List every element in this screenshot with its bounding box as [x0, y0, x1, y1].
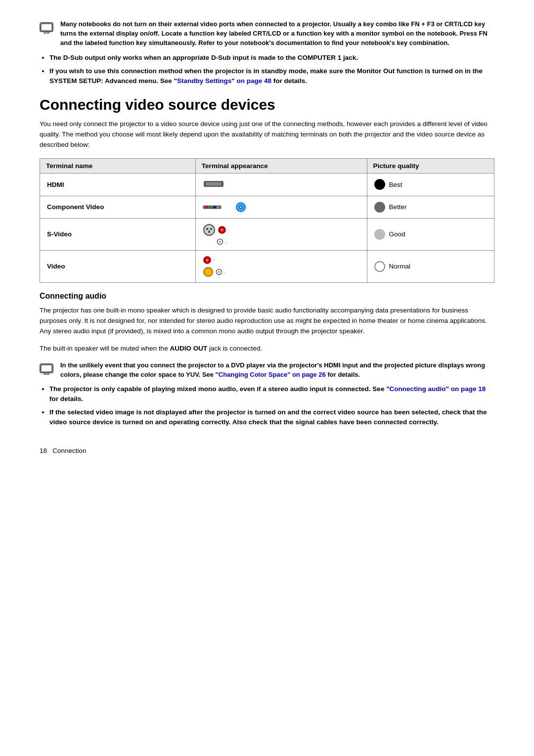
table-row: Video · — [40, 250, 494, 282]
bullet-item-1: The D-Sub output only works when an appr… — [49, 53, 494, 63]
terminal-name-svideo: S-Video — [40, 218, 196, 250]
hdmi-icon — [203, 178, 224, 189]
terminal-appearance-svideo: · · — [195, 218, 367, 250]
page-number: 18 — [40, 447, 47, 454]
notes-section-2: In the unlikely event that you connect t… — [40, 361, 494, 427]
svg-point-18 — [206, 228, 208, 230]
svg-point-19 — [210, 228, 212, 230]
quality-circle-normal — [374, 261, 385, 272]
video-icons: · · — [203, 256, 360, 277]
terminal-name-component: Component Video — [40, 196, 196, 218]
svideo-icons: · · — [203, 223, 360, 245]
picture-quality-good: Good — [367, 218, 494, 250]
terminal-appearance-hdmi — [195, 173, 367, 196]
svg-point-12 — [213, 206, 216, 208]
picture-quality-best: Best — [367, 173, 494, 196]
note-block-1: Many notebooks do not turn on their exte… — [40, 20, 494, 48]
svg-point-32 — [207, 271, 209, 272]
col-header-terminal-appearance: Terminal appearance — [195, 158, 367, 173]
quality-circle-best — [374, 179, 385, 190]
svg-point-24 — [222, 229, 222, 230]
svg-point-13 — [217, 206, 219, 208]
svg-point-29 — [207, 260, 208, 261]
audio-para-2: The built-in speaker will be muted when … — [40, 344, 494, 354]
connecting-audio-link[interactable]: "Connecting audio" on page 18 — [386, 385, 486, 393]
bullet-item-2: If you wish to use this connection metho… — [49, 66, 494, 86]
table-row: HDMI Best — [40, 173, 494, 196]
terminal-table: Terminal name Terminal appearance Pictur… — [40, 158, 494, 283]
svg-point-20 — [208, 231, 210, 233]
audio-section-title: Connecting audio — [40, 292, 494, 301]
footer-label: Connection — [52, 447, 86, 454]
svg-rect-1 — [41, 24, 52, 31]
svg-point-26 — [219, 241, 221, 243]
terminal-name-video: Video — [40, 250, 196, 282]
col-header-picture-quality: Picture quality — [367, 158, 494, 173]
top-bullet-list: The D-Sub output only works when an appr… — [49, 53, 494, 86]
svg-point-34 — [218, 271, 220, 273]
changing-color-link[interactable]: "Changing Color Space" on page 26 — [216, 371, 326, 378]
table-row: Component Video — [40, 196, 494, 218]
table-row: S-Video — [40, 218, 494, 250]
component-video-icons — [203, 201, 360, 213]
terminal-name-hdmi: HDMI — [40, 173, 196, 196]
note-icon-1 — [40, 21, 57, 35]
section-title: Connecting video source devices — [40, 96, 494, 113]
note-icon-2 — [40, 362, 57, 376]
note-1-text: Many notebooks do not turn on their exte… — [60, 20, 494, 48]
col-header-terminal-name: Terminal name — [40, 158, 196, 173]
svg-point-11 — [209, 206, 212, 208]
terminal-appearance-component — [195, 196, 367, 218]
note-2-text: In the unlikely event that you connect t… — [60, 361, 494, 380]
picture-quality-better: Better — [367, 196, 494, 218]
bullet-item-3: The projector is only capable of playing… — [49, 384, 494, 403]
quality-circle-good — [374, 229, 385, 240]
svg-rect-36 — [41, 365, 52, 372]
audio-para-1: The projector has one built-in mono spea… — [40, 306, 494, 337]
section-intro: You need only connect the projector to a… — [40, 119, 494, 150]
svg-rect-6 — [206, 182, 222, 185]
bullet-item-4: If the selected video image is not displ… — [49, 407, 494, 427]
standby-settings-link[interactable]: "Standby Settings" on page 48 — [174, 77, 271, 85]
quality-circle-better — [374, 202, 385, 213]
page-footer: 18 Connection — [40, 447, 494, 454]
svg-point-10 — [205, 206, 208, 208]
bottom-bullet-list: The projector is only capable of playing… — [49, 384, 494, 427]
terminal-appearance-video: · · — [195, 250, 367, 282]
svg-point-21 — [209, 229, 210, 230]
note-block-2: In the unlikely event that you connect t… — [40, 361, 494, 380]
svg-point-16 — [240, 206, 241, 208]
picture-quality-normal: Normal — [367, 250, 494, 282]
